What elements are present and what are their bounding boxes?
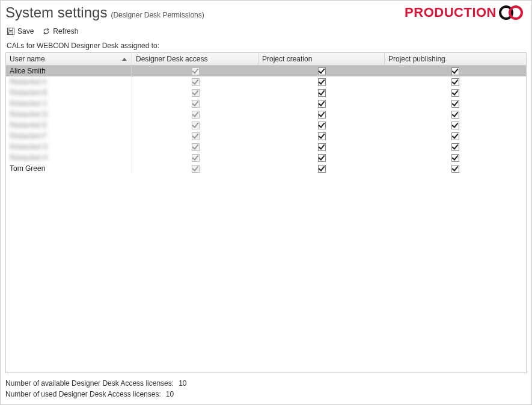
user-name-label: Redacted E bbox=[10, 121, 47, 129]
access-checkbox bbox=[192, 165, 200, 173]
footer-available: Number of available Designer Desk Access… bbox=[5, 378, 527, 389]
user-name-label: Redacted D bbox=[10, 110, 47, 119]
access-cell bbox=[132, 120, 258, 131]
user-cell: Redacted H bbox=[6, 152, 132, 163]
create-checkbox[interactable] bbox=[318, 67, 326, 75]
publish-checkbox[interactable] bbox=[451, 67, 459, 75]
sort-ascending-icon bbox=[122, 58, 127, 61]
publish-checkbox[interactable] bbox=[451, 89, 459, 97]
access-cell bbox=[132, 141, 258, 152]
publish-checkbox[interactable] bbox=[451, 143, 459, 151]
access-checkbox bbox=[192, 111, 200, 119]
publish-cell bbox=[385, 141, 526, 152]
access-checkbox bbox=[192, 100, 200, 108]
user-cell: Redacted A bbox=[6, 76, 132, 87]
publish-checkbox[interactable] bbox=[451, 100, 459, 108]
create-checkbox[interactable] bbox=[318, 154, 326, 162]
save-button[interactable]: Save bbox=[7, 27, 34, 36]
table-row[interactable]: Redacted E bbox=[6, 120, 526, 131]
publish-cell bbox=[385, 76, 526, 87]
available-licenses-value: 10 bbox=[179, 379, 186, 388]
table-row[interactable]: Redacted B bbox=[6, 87, 526, 98]
title-block: System settings (Designer Desk Permissio… bbox=[5, 4, 204, 21]
table-row[interactable]: Redacted A bbox=[6, 76, 526, 87]
table-row[interactable]: Redacted H bbox=[6, 152, 526, 163]
publish-checkbox[interactable] bbox=[451, 122, 459, 129]
create-checkbox[interactable] bbox=[318, 143, 326, 151]
create-checkbox[interactable] bbox=[318, 111, 326, 119]
grid-body[interactable]: Alice SmithRedacted ARedacted BRedacted … bbox=[6, 66, 526, 373]
access-checkbox bbox=[192, 122, 200, 129]
access-cell bbox=[132, 163, 258, 174]
svg-rect-4 bbox=[9, 32, 13, 34]
refresh-button-label: Refresh bbox=[53, 27, 78, 36]
publish-cell bbox=[385, 131, 526, 141]
publish-cell bbox=[385, 66, 526, 76]
column-header-access[interactable]: Designer Desk access bbox=[132, 53, 258, 65]
table-row[interactable]: Redacted D bbox=[6, 109, 526, 120]
user-cell: Redacted E bbox=[6, 120, 132, 131]
page-title: System settings bbox=[5, 4, 107, 21]
publish-checkbox[interactable] bbox=[451, 111, 459, 119]
table-row[interactable]: Redacted G bbox=[6, 141, 526, 152]
create-checkbox[interactable] bbox=[318, 132, 326, 140]
create-cell bbox=[258, 76, 385, 87]
permissions-grid: User name Designer Desk access Project c… bbox=[5, 52, 527, 373]
header: System settings (Designer Desk Permissio… bbox=[5, 4, 527, 23]
user-name-label: Redacted H bbox=[10, 153, 47, 162]
used-licenses-label: Number of used Designer Desk Access lice… bbox=[5, 390, 161, 398]
publish-checkbox[interactable] bbox=[451, 78, 459, 86]
user-cell: Redacted F bbox=[6, 131, 132, 141]
create-checkbox[interactable] bbox=[318, 89, 326, 97]
svg-rect-3 bbox=[9, 28, 13, 31]
create-checkbox[interactable] bbox=[318, 165, 326, 173]
page-subtitle: (Designer Desk Permissions) bbox=[111, 11, 204, 19]
create-cell bbox=[258, 152, 385, 163]
save-button-label: Save bbox=[17, 27, 34, 36]
access-cell bbox=[132, 87, 258, 98]
publish-cell bbox=[385, 109, 526, 120]
user-cell: Redacted G bbox=[6, 141, 132, 152]
toolbar: Save Refresh bbox=[5, 23, 527, 40]
user-name-label: Alice Smith bbox=[10, 67, 46, 75]
column-header-user-label: User name bbox=[10, 55, 45, 63]
publish-cell bbox=[385, 87, 526, 98]
table-row[interactable]: Redacted F bbox=[6, 131, 526, 141]
access-cell bbox=[132, 109, 258, 120]
user-cell: Alice Smith bbox=[6, 66, 132, 76]
create-checkbox[interactable] bbox=[318, 78, 326, 86]
access-checkbox bbox=[192, 89, 200, 97]
column-header-user[interactable]: User name bbox=[6, 53, 132, 65]
user-cell: Redacted D bbox=[6, 109, 132, 120]
table-row[interactable]: Alice Smith bbox=[6, 66, 526, 76]
column-header-publish-label: Project publishing bbox=[388, 55, 445, 63]
create-checkbox[interactable] bbox=[318, 100, 326, 108]
user-name-label: Redacted F bbox=[10, 132, 47, 140]
environment-label: PRODUCTION bbox=[405, 5, 497, 20]
create-cell bbox=[258, 131, 385, 141]
refresh-button[interactable]: Refresh bbox=[42, 27, 78, 36]
publish-checkbox[interactable] bbox=[451, 165, 459, 173]
access-checkbox bbox=[192, 132, 200, 140]
column-header-create[interactable]: Project creation bbox=[258, 53, 385, 65]
publish-checkbox[interactable] bbox=[451, 154, 459, 162]
create-cell bbox=[258, 163, 385, 174]
create-checkbox[interactable] bbox=[318, 122, 326, 129]
table-row[interactable]: Tom Green bbox=[6, 163, 526, 174]
user-name-label: Redacted C bbox=[10, 99, 47, 108]
user-name-label: Redacted G bbox=[10, 143, 48, 151]
access-checkbox bbox=[192, 143, 200, 151]
footer: Number of available Designer Desk Access… bbox=[5, 373, 527, 400]
footer-used: Number of used Designer Desk Access lice… bbox=[5, 389, 527, 400]
table-row[interactable]: Redacted C bbox=[6, 98, 526, 109]
user-name-label: Tom Green bbox=[10, 164, 45, 173]
publish-cell bbox=[385, 163, 526, 174]
publish-checkbox[interactable] bbox=[451, 132, 459, 140]
link-rings-icon bbox=[498, 4, 527, 21]
user-name-label: Redacted B bbox=[10, 88, 47, 97]
user-name-label: Redacted A bbox=[10, 78, 47, 86]
column-header-publish[interactable]: Project publishing bbox=[385, 53, 526, 65]
access-cell bbox=[132, 98, 258, 109]
access-checkbox bbox=[192, 78, 200, 86]
used-licenses-value: 10 bbox=[166, 390, 174, 398]
